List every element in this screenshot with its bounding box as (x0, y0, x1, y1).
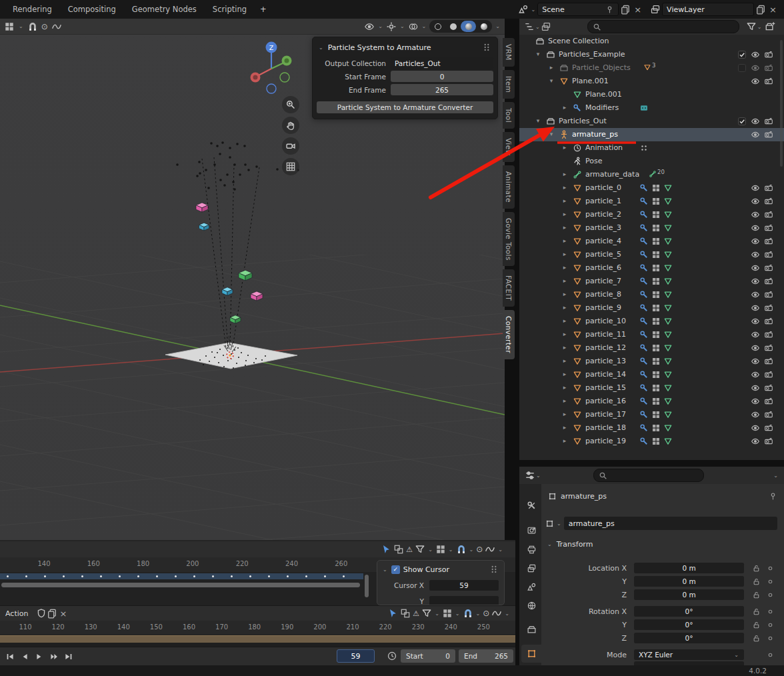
disclosure-right-icon[interactable]: ▸ (561, 237, 569, 244)
wrench-icon[interactable] (639, 277, 649, 286)
outliner-row[interactable]: ▸particle_9 (519, 301, 784, 315)
outliner-item-particle-0[interactable]: particle_0 (585, 183, 621, 192)
eye-toggle-icon[interactable] (751, 437, 760, 446)
warning-icon[interactable]: ⚠ (413, 609, 419, 618)
playhead-icon[interactable] (387, 608, 398, 619)
grid-icon[interactable] (651, 383, 661, 393)
eye-toggle-icon[interactable] (751, 343, 760, 353)
falloff-icon[interactable] (485, 544, 495, 555)
camera-toggle-icon[interactable] (764, 237, 773, 246)
wrench-icon[interactable] (639, 263, 649, 273)
wrench-icon[interactable] (639, 330, 649, 339)
outliner-row[interactable]: ▸particle_19 (519, 435, 784, 448)
camera-toggle-icon[interactable] (764, 397, 773, 406)
start-frame-field[interactable]: 0 (391, 71, 493, 82)
outliner-item-particle-15[interactable]: particle_15 (585, 383, 626, 392)
keyframe-dot[interactable] (25, 575, 27, 577)
play-reverse-button[interactable] (17, 651, 31, 663)
keyframe-dot[interactable] (287, 575, 289, 577)
properties-tab-world[interactable] (521, 597, 541, 615)
transform-panel-header[interactable]: ⌄ Transform (547, 540, 593, 549)
grid-icon[interactable] (651, 330, 661, 339)
fake-user-icon[interactable] (36, 608, 47, 619)
sidebar-tab-converter[interactable]: Converter (503, 310, 515, 359)
keyframe-dot[interactable] (343, 575, 345, 577)
wrench-icon[interactable] (639, 290, 649, 299)
outliner-item-particle-18[interactable]: particle_18 (585, 423, 626, 432)
camera-toggle-icon[interactable] (764, 277, 773, 286)
disclosure-right-icon[interactable]: ▸ (561, 184, 569, 191)
eye-toggle-icon[interactable] (751, 50, 760, 59)
playhead-icon[interactable] (381, 544, 391, 555)
outliner-item-plane-001[interactable]: Plane.001 (585, 90, 622, 99)
mesh-data-icon[interactable] (663, 423, 673, 433)
eye-toggle-icon[interactable] (751, 183, 760, 193)
workspace-tab-scripting[interactable]: Scripting (205, 3, 254, 16)
disclosure-right-icon[interactable]: ▸ (547, 64, 555, 71)
camera-toggle-icon[interactable] (764, 210, 773, 219)
mesh-data-icon[interactable] (663, 317, 673, 326)
viewlayer-name-field[interactable]: ViewLayer (662, 3, 754, 16)
outliner-row[interactable]: ▸armature_data20 (519, 168, 784, 181)
sidebar-tab-vrm[interactable]: VRM (503, 38, 515, 67)
eye-toggle-icon[interactable] (751, 210, 760, 219)
outliner-item-pose[interactable]: Pose (585, 157, 602, 165)
outliner-row[interactable]: ▸particle_13 (519, 355, 784, 368)
unlink-scene-button[interactable]: × (632, 5, 643, 14)
proportional-edit-icon[interactable]: ⊙ (483, 609, 489, 618)
mesh-data-icon[interactable] (663, 410, 673, 419)
eye-toggle-icon[interactable] (751, 410, 760, 419)
camera-toggle-icon[interactable] (764, 330, 773, 339)
camera-toggle-icon[interactable] (764, 410, 773, 419)
show-cursor-checkbox[interactable]: ✓ (391, 565, 400, 574)
eye-toggle-icon[interactable] (751, 263, 760, 273)
eye-toggle-icon[interactable] (751, 130, 760, 139)
outliner-item-particle-8[interactable]: particle_8 (585, 290, 621, 299)
wrench-icon[interactable] (639, 437, 649, 446)
object-name-field[interactable]: armature_ps (564, 517, 777, 530)
properties-tab-output[interactable] (521, 541, 541, 559)
z-field[interactable]: 0° (634, 633, 744, 643)
scene-browse-icon[interactable] (518, 4, 529, 15)
filter-icon[interactable] (415, 544, 425, 555)
eye-toggle-icon[interactable] (751, 423, 760, 433)
camera-view-button[interactable] (282, 137, 299, 155)
disclosure-right-icon[interactable]: ▸ (561, 291, 569, 297)
mesh-data-icon[interactable] (663, 330, 673, 339)
mesh-data-icon[interactable] (663, 210, 673, 219)
wrench-icon[interactable] (639, 343, 649, 353)
keyframe-dot[interactable] (305, 575, 307, 577)
disclosure-right-icon[interactable]: ▸ (561, 104, 569, 111)
next-keyframe-button[interactable] (47, 651, 61, 663)
properties-tab-tool[interactable] (521, 497, 541, 515)
eye-toggle-icon[interactable] (751, 397, 760, 406)
eye-toggle-icon[interactable] (751, 290, 760, 299)
snap-icon[interactable] (456, 544, 467, 555)
keyframe-dot[interactable] (119, 575, 121, 577)
grid-icon[interactable] (651, 277, 661, 286)
scrollbar[interactable] (780, 40, 783, 167)
wrench-icon[interactable] (639, 317, 649, 326)
cursor-x-field[interactable]: 59 (429, 580, 499, 591)
outliner-row[interactable]: ▸particle_16 (519, 395, 784, 408)
mesh-data-icon[interactable] (663, 343, 673, 353)
properties-search-input[interactable] (593, 469, 704, 482)
disclosure-right-icon[interactable]: ▸ (561, 304, 569, 311)
snap-icon[interactable] (463, 608, 473, 619)
checkempty-toggle-icon[interactable] (737, 63, 747, 73)
camera-toggle-icon[interactable] (764, 197, 773, 206)
summary-channel[interactable] (0, 573, 363, 579)
eye-toggle-icon[interactable] (751, 63, 760, 73)
keyframe-dot[interactable] (63, 575, 65, 577)
horizontal-scrollbar[interactable] (1, 583, 360, 587)
outliner-item-particle-11[interactable]: particle_11 (585, 330, 626, 339)
grid-icon[interactable] (651, 343, 661, 353)
mesh-data-icon[interactable] (663, 397, 673, 406)
grid-icon[interactable] (651, 210, 661, 219)
camera-toggle-icon[interactable] (764, 223, 773, 233)
object-visibility-icon[interactable] (364, 21, 375, 32)
wrench-icon[interactable] (639, 370, 649, 379)
lock-icon[interactable] (752, 621, 761, 629)
editor-type-icon[interactable] (524, 21, 535, 32)
outliner-row[interactable]: ▸particle_10 (519, 315, 784, 328)
